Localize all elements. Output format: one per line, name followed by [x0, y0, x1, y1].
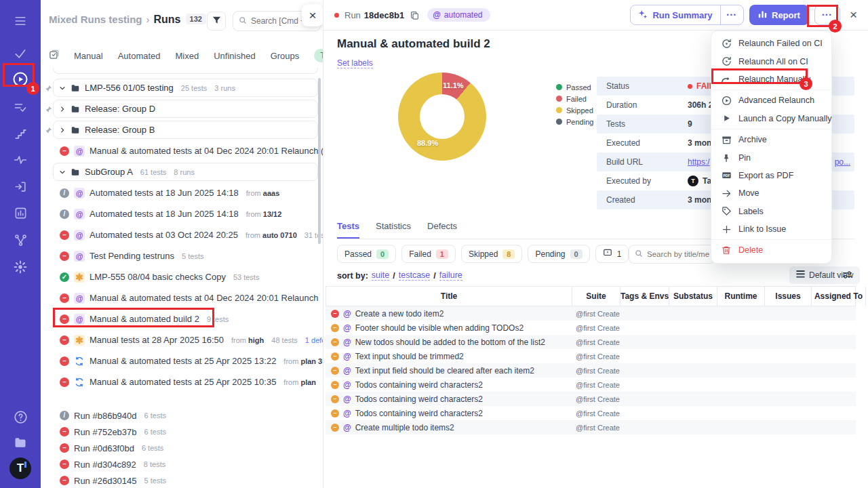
legend-item-passed[interactable]: Passed — [556, 81, 593, 93]
run-row[interactable]: –Manual & automated tests at 25 Apr 2025… — [41, 350, 323, 371]
runs-tab-groups[interactable]: Groups — [271, 51, 300, 61]
table-row[interactable]: –@Create multiple todo items2@first Crea… — [326, 420, 856, 434]
comments-filter-pill[interactable]: 1 — [595, 245, 629, 263]
help-icon[interactable] — [0, 405, 41, 428]
run-row[interactable]: –Manual & automated tests at 25 Apr 2025… — [41, 371, 323, 392]
filter-button[interactable] — [207, 12, 226, 30]
build-url-link[interactable]: https:/ — [688, 157, 710, 167]
column-header-runtime[interactable]: Runtime — [717, 287, 765, 306]
run-row[interactable]: –@Manual & automated tests at 04 Dec 202… — [41, 140, 323, 161]
table-row[interactable]: –@New todos should be added to the botto… — [326, 335, 856, 349]
menu-item-link-to-issue[interactable]: Link to Issue — [711, 220, 831, 238]
legend-item-pending[interactable]: Pending — [556, 116, 593, 127]
run-group-row[interactable]: Release: Group B — [41, 119, 323, 140]
run-row[interactable]: –@Test Pending testruns5 tests — [41, 245, 323, 266]
column-header-tags-envs[interactable]: Tags & Envs — [620, 287, 669, 306]
report-button[interactable]: Report — [749, 5, 809, 25]
menu-item-delete[interactable]: Delete — [711, 241, 831, 259]
breadcrumb-page[interactable]: Runs — [154, 14, 181, 25]
run-row[interactable]: –@Manual & automated build 29 tests — [41, 308, 323, 329]
menu-item-launch-a-copy-manually[interactable]: Launch a Copy Manually — [711, 110, 831, 127]
run-group-row[interactable]: SubGroup A61 tests8 runs — [41, 161, 323, 182]
menu-item-export-as-pdf[interactable]: PDFExport as PDF — [711, 167, 831, 184]
gear-icon[interactable] — [0, 256, 41, 279]
legend-item-skipped[interactable]: Skipped — [556, 104, 593, 116]
run-row[interactable]: –@Automated tests at 03 Oct 2024 20:25fr… — [41, 224, 323, 245]
chevron-down-icon[interactable] — [59, 169, 66, 176]
tests-search-input[interactable] — [647, 250, 709, 258]
menu-item-pin[interactable]: Pin — [711, 148, 831, 166]
column-header-substatus[interactable]: Substatus — [669, 287, 717, 306]
pill-pending[interactable]: Pending0 — [528, 245, 589, 263]
runs-tab-today[interactable]: To — [314, 49, 323, 62]
run-defects[interactable]: 1 defects — [305, 336, 323, 344]
test-title[interactable]: Footer should be visible when adding TOD… — [355, 323, 524, 333]
tests-search[interactable] — [629, 245, 715, 264]
listcheck-icon[interactable] — [0, 96, 41, 119]
test-title[interactable]: Create a new todo item2 — [355, 309, 444, 319]
close-run-icon[interactable]: × — [850, 7, 857, 22]
run-summary-button[interactable]: Run Summary ••• — [630, 5, 744, 25]
breadcrumb-project[interactable]: Mixed Runs testing — [49, 14, 142, 25]
menu-item-labels[interactable]: Labels — [711, 203, 831, 220]
table-row[interactable]: –@Text input should be trimmed2@first Cr… — [326, 349, 856, 363]
select-all-icon[interactable] — [49, 49, 59, 62]
runs-scrollbar[interactable] — [318, 78, 321, 244]
table-row[interactable]: –@Todos containing weird characters2@fir… — [326, 378, 856, 392]
build-url-link-end[interactable]: po... — [835, 157, 850, 167]
runs-tab-mixed[interactable]: Mixed — [176, 51, 199, 61]
run-row[interactable]: –✱Manual tests at 28 Apr 2025 16:50from … — [41, 329, 323, 350]
chevron-right-icon[interactable] — [59, 106, 66, 113]
signin-icon[interactable] — [0, 175, 41, 198]
pill-failed[interactable]: Failed1 — [401, 245, 456, 263]
pulse-icon[interactable] — [0, 148, 41, 171]
folder-icon[interactable] — [0, 431, 41, 454]
run-row[interactable]: –Run #d304c8928 tests — [41, 456, 323, 472]
table-row[interactable]: –@Create a new todo item2@first Create .… — [326, 306, 856, 321]
column-header-assigned-to[interactable]: Assigned To — [812, 287, 866, 306]
check-icon[interactable] — [0, 42, 41, 65]
table-row[interactable]: –@Todos containing weird characters2@fir… — [326, 406, 856, 420]
menu-item-relaunch-manually[interactable]: Relaunch Manually — [711, 70, 831, 88]
chart-icon[interactable] — [0, 201, 41, 224]
run-row[interactable]: ✓✱LMP-555 08/04 basic checks Copy53 test… — [41, 266, 323, 287]
test-title[interactable]: New todos should be added to the bottom … — [355, 338, 545, 347]
table-row[interactable]: –@Todos containing weird characters2@fir… — [326, 392, 856, 406]
run-row[interactable]: –@Manual & automated tests at 04 Dec 202… — [41, 287, 323, 308]
run-row[interactable]: /@Automated tests at 18 Jun 2025 14:18fr… — [41, 203, 323, 224]
test-title[interactable]: Todos containing weird characters2 — [355, 394, 483, 404]
sort-link-suite[interactable]: suite — [372, 270, 389, 281]
menu-item-relaunch-failed-on-ci[interactable]: Relaunch Failed on CI — [711, 35, 831, 52]
set-labels-link[interactable]: Set labels — [337, 58, 373, 68]
test-title[interactable]: Create multiple todo items2 — [355, 423, 454, 432]
tab-tests[interactable]: Tests — [337, 221, 359, 239]
chevron-down-icon[interactable] — [59, 85, 66, 92]
run-row[interactable]: –Run #752eb37b6 tests — [41, 424, 323, 440]
legend-item-failed[interactable]: Failed — [556, 93, 593, 104]
table-row[interactable]: –@Text input field should be cleared aft… — [326, 363, 856, 378]
run-group-row[interactable]: Release: Group D — [41, 98, 323, 119]
tab-statistics[interactable]: Statistics — [376, 221, 411, 239]
sort-link-testcase[interactable]: testcase — [399, 270, 431, 281]
copy-icon[interactable] — [410, 11, 419, 20]
tab-defects[interactable]: Defects — [427, 221, 457, 239]
run-group-row[interactable]: LMP-556 01/05 testing25 tests3 runs — [41, 77, 323, 98]
play-icon[interactable] — [0, 68, 41, 91]
panel-close-button[interactable]: × — [302, 4, 323, 26]
table-row[interactable]: –@Footer should be visible when adding T… — [326, 321, 856, 335]
run-row[interactable]: –Run #26d301455 tests — [41, 472, 323, 488]
menu-item-move[interactable]: Move — [711, 184, 831, 202]
column-header-title[interactable]: Title — [326, 287, 572, 306]
menu-item-relaunch-all-on-ci[interactable]: Relaunch All on CI — [711, 52, 831, 70]
run-row[interactable]: /Run #b86b940d6 tests — [41, 407, 323, 424]
pill-skipped[interactable]: Skipped8 — [461, 245, 523, 263]
test-title[interactable]: Text input field should be cleared after… — [355, 366, 534, 375]
menu-item-archive[interactable]: Archive — [711, 131, 831, 148]
pill-passed[interactable]: Passed0 — [337, 245, 396, 263]
test-title[interactable]: Text input should be trimmed2 — [355, 352, 464, 361]
branch-icon[interactable] — [0, 228, 41, 251]
run-type-tag[interactable]: @automated — [427, 8, 490, 22]
column-header-suite[interactable]: Suite — [572, 287, 620, 306]
run-row[interactable]: –Run #0d63f0bd6 tests — [41, 440, 323, 456]
menu-icon[interactable] — [0, 9, 41, 33]
